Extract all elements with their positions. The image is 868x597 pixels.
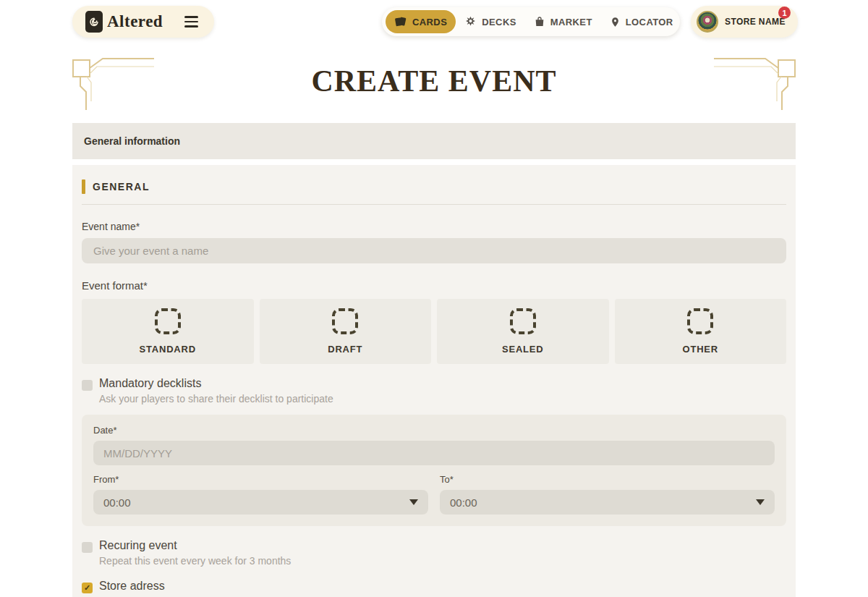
recurring-event-row: ✓ Recuring event Repeat this event every…: [82, 539, 786, 567]
chevron-down-icon: [409, 499, 418, 505]
nav-item-cards[interactable]: CARDS: [386, 10, 456, 33]
format-option-draft[interactable]: DRAFT: [260, 299, 432, 364]
group-heading-general: GENERAL: [82, 179, 786, 194]
to-time-value: 00:00: [450, 496, 477, 509]
logo-pill: Altered: [72, 6, 214, 38]
nav-item-label: LOCATOR: [626, 17, 673, 27]
from-time-value: 00:00: [103, 496, 131, 509]
recurring-event-label: Recuring event: [99, 539, 291, 552]
to-time-select[interactable]: 00:00: [440, 490, 775, 515]
store-name-label: STORE NAME: [725, 17, 786, 27]
nav-item-market[interactable]: MARKET: [525, 10, 601, 33]
recurring-event-description: Repeat this event every week for 3 month…: [99, 555, 291, 567]
format-option-sealed[interactable]: SEALED: [437, 299, 609, 364]
format-option-label: SEALED: [502, 344, 544, 355]
form-body: GENERAL Event name* Event format* STANDA…: [72, 165, 796, 597]
section-header-label: General information: [84, 135, 180, 147]
nav-item-label: CARDS: [412, 17, 447, 27]
store-avatar: [697, 11, 718, 33]
date-label: Date*: [93, 425, 775, 436]
main-navigation: CARDS DECKS MARKET LOCATOR: [382, 7, 680, 36]
event-format-label: Event format*: [82, 279, 786, 292]
format-option-label: OTHER: [683, 344, 719, 355]
decks-icon: [464, 16, 477, 28]
locator-pin-icon: [610, 16, 621, 28]
date-input[interactable]: [93, 441, 775, 465]
event-name-label: Event name*: [82, 221, 786, 232]
format-option-label: DRAFT: [328, 344, 362, 355]
top-navigation-bar: Altered CARDS DECKS: [0, 0, 868, 43]
recurring-event-checkbox[interactable]: ✓: [82, 542, 93, 553]
format-option-other[interactable]: OTHER: [615, 299, 787, 364]
mandatory-decklists-checkbox[interactable]: ✓: [82, 380, 93, 391]
event-name-input[interactable]: [82, 238, 786, 263]
format-dashed-square-icon: [510, 308, 536, 334]
mandatory-decklists-row: ✓ Mandatory decklists Ask your players t…: [82, 377, 786, 405]
nav-item-label: MARKET: [550, 17, 592, 27]
altered-logo[interactable]: Altered: [85, 11, 163, 33]
market-bag-icon: [534, 16, 545, 27]
section-header-general-information: General information: [72, 123, 796, 159]
notification-badge: 1: [778, 7, 791, 19]
event-format-options: STANDARD DRAFT SEALED OTHER: [82, 299, 786, 364]
mandatory-decklists-label: Mandatory decklists: [99, 377, 333, 390]
format-dashed-square-icon: [155, 308, 181, 334]
altered-spiral-icon: [85, 11, 103, 33]
store-name-button[interactable]: STORE NAME 1: [691, 6, 798, 38]
format-dashed-square-icon: [332, 308, 358, 334]
mandatory-decklists-description: Ask your players to share their decklist…: [99, 393, 333, 405]
create-event-form: General information GENERAL Event name* …: [72, 123, 796, 597]
logo-wordmark: Altered: [107, 12, 163, 31]
schedule-panel: Date* From* 00:00 To* 00:00: [82, 415, 786, 526]
hamburger-menu-icon[interactable]: [182, 13, 201, 30]
store-address-label: Store adress: [99, 580, 300, 593]
group-heading-label: GENERAL: [93, 181, 150, 192]
cards-icon: [394, 16, 407, 27]
from-label: From*: [93, 474, 428, 485]
page-title-section: CREATE EVENT: [0, 43, 868, 123]
divider: [82, 204, 786, 205]
store-address-row: ✓ Store adress The event adress is the s…: [82, 580, 786, 597]
from-field: From* 00:00: [93, 474, 428, 515]
time-range-row: From* 00:00 To* 00:00: [93, 474, 775, 515]
format-option-label: STANDARD: [140, 344, 196, 355]
store-address-checkbox[interactable]: ✓: [82, 583, 93, 593]
ornament-corner-left: [71, 54, 154, 110]
gold-accent-bar: [82, 179, 85, 194]
ornament-corner-right: [714, 54, 797, 110]
from-time-select[interactable]: 00:00: [93, 490, 428, 515]
format-option-standard[interactable]: STANDARD: [82, 299, 254, 364]
to-field: To* 00:00: [440, 474, 775, 515]
nav-item-decks[interactable]: DECKS: [456, 10, 525, 33]
nav-item-label: DECKS: [482, 17, 516, 27]
chevron-down-icon: [756, 499, 765, 505]
to-label: To*: [440, 474, 775, 485]
format-dashed-square-icon: [687, 308, 713, 334]
nav-item-locator[interactable]: LOCATOR: [601, 10, 682, 33]
